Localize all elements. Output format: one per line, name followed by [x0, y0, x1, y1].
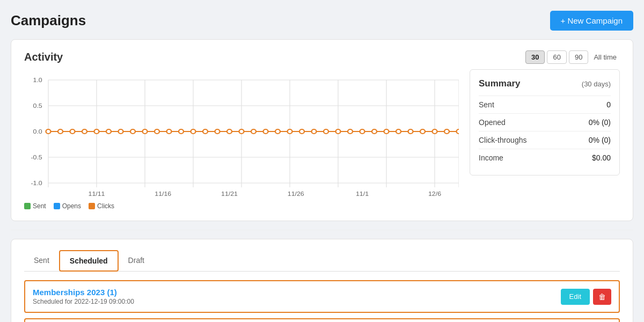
summary-clickthroughs-value: 0% (0)	[589, 136, 611, 144]
tab-draft[interactable]: Draft	[119, 250, 154, 272]
campaign-name-1[interactable]: Memberships 2023 (1)	[33, 288, 134, 297]
svg-point-58	[372, 129, 377, 134]
svg-point-57	[360, 129, 365, 134]
time-filter-60[interactable]: 60	[547, 50, 566, 64]
svg-text:-0.5: -0.5	[31, 154, 42, 160]
svg-point-44	[203, 129, 208, 134]
edit-button-1[interactable]: Edit	[561, 289, 590, 305]
summary-sent-label: Sent	[479, 100, 494, 109]
svg-point-54	[324, 129, 328, 134]
delete-button-1[interactable]: 🗑	[593, 289, 611, 305]
svg-point-41	[167, 129, 172, 134]
svg-point-31	[46, 129, 51, 134]
svg-point-45	[215, 129, 220, 134]
campaign-info-1: Memberships 2023 (1) Scheduled for 2022-…	[33, 288, 134, 305]
tab-sent[interactable]: Sent	[24, 250, 59, 272]
campaign-tabs: Sent Scheduled Draft	[24, 250, 620, 272]
svg-point-34	[82, 129, 87, 134]
svg-point-50	[275, 129, 280, 134]
svg-text:12/6: 12/6	[428, 191, 441, 197]
time-filter-alltime[interactable]: All time	[590, 51, 620, 63]
legend-sent: Sent	[24, 202, 46, 210]
summary-income-value: $0.00	[592, 153, 611, 162]
svg-point-60	[396, 129, 401, 134]
clicks-icon	[89, 203, 95, 209]
time-filter-group: 30 60 90 All time	[525, 50, 620, 64]
new-campaign-button[interactable]: + New Campaign	[550, 11, 633, 31]
svg-point-46	[227, 129, 232, 134]
activity-chart: 1.0 0.5 0.0 -0.5 -1.0 1.0 sent 0.5 sent …	[24, 69, 459, 198]
chart-legend: Sent Opens Clicks	[24, 202, 459, 210]
svg-text:11/16: 11/16	[155, 191, 171, 197]
svg-point-65	[457, 129, 459, 134]
svg-point-51	[288, 129, 292, 134]
svg-point-38	[130, 129, 135, 134]
summary-row-opened: Opened 0% (0)	[479, 113, 611, 131]
svg-point-40	[155, 129, 159, 134]
summary-row-sent: Sent 0	[479, 96, 611, 113]
campaign-item-2: Memberships 2023 (2) Scheduled for 2022-…	[24, 318, 620, 322]
svg-text:0.5: 0.5	[33, 103, 43, 109]
svg-point-49	[264, 129, 268, 134]
svg-point-64	[444, 129, 449, 134]
summary-clickthroughs-label: Click-throughs	[479, 136, 526, 144]
time-filter-30[interactable]: 30	[525, 50, 545, 64]
svg-point-59	[384, 129, 389, 134]
summary-sent-value: 0	[606, 100, 611, 109]
sent-icon	[24, 203, 31, 209]
svg-point-35	[94, 129, 99, 134]
svg-text:1.0: 1.0	[33, 77, 43, 83]
svg-point-63	[433, 129, 437, 134]
page-title: Campaigns	[11, 12, 86, 29]
summary-period: (30 days)	[582, 80, 611, 88]
svg-point-43	[191, 129, 196, 134]
opens-icon	[54, 203, 60, 209]
svg-text:11/11: 11/11	[89, 191, 105, 197]
time-filter-90[interactable]: 90	[569, 50, 588, 64]
campaign-item-1: Memberships 2023 (1) Scheduled for 2022-…	[24, 280, 620, 313]
svg-point-47	[239, 129, 244, 134]
summary-card: Summary (30 days) Sent 0 Opened 0% (0) C…	[470, 69, 620, 175]
svg-text:11/26: 11/26	[288, 191, 304, 197]
activity-title: Activity	[24, 51, 63, 63]
svg-point-53	[312, 129, 317, 134]
svg-text:11/1: 11/1	[356, 191, 369, 197]
campaign-schedule-1: Scheduled for 2022-12-19 09:00:00	[33, 298, 134, 305]
svg-point-39	[143, 129, 148, 134]
summary-title: Summary	[479, 78, 520, 89]
summary-income-label: Income	[479, 153, 503, 162]
svg-point-36	[106, 129, 111, 134]
legend-clicks-label: Clicks	[97, 202, 114, 210]
summary-opened-label: Opened	[479, 118, 506, 127]
svg-point-48	[251, 129, 256, 134]
legend-clicks: Clicks	[89, 202, 114, 210]
campaign-actions-1: Edit 🗑	[561, 289, 611, 305]
svg-point-56	[348, 129, 353, 134]
svg-text:0.0: 0.0	[33, 128, 43, 135]
svg-point-61	[408, 129, 413, 134]
campaign-list: Memberships 2023 (1) Scheduled for 2022-…	[24, 280, 620, 322]
svg-text:11/21: 11/21	[221, 191, 238, 197]
legend-sent-label: Sent	[33, 202, 46, 210]
svg-point-52	[299, 129, 304, 134]
svg-point-55	[336, 129, 341, 134]
legend-opens: Opens	[54, 202, 81, 210]
svg-point-42	[179, 129, 184, 134]
tab-scheduled[interactable]: Scheduled	[59, 250, 119, 272]
svg-point-37	[119, 129, 123, 134]
svg-point-33	[70, 129, 75, 134]
svg-text:-1.0: -1.0	[31, 180, 42, 186]
svg-point-32	[58, 129, 63, 134]
summary-opened-value: 0% (0)	[589, 118, 611, 127]
svg-point-62	[420, 129, 425, 134]
summary-row-income: Income $0.00	[479, 149, 611, 166]
summary-row-clickthroughs: Click-throughs 0% (0)	[479, 131, 611, 149]
legend-opens-label: Opens	[62, 202, 81, 210]
